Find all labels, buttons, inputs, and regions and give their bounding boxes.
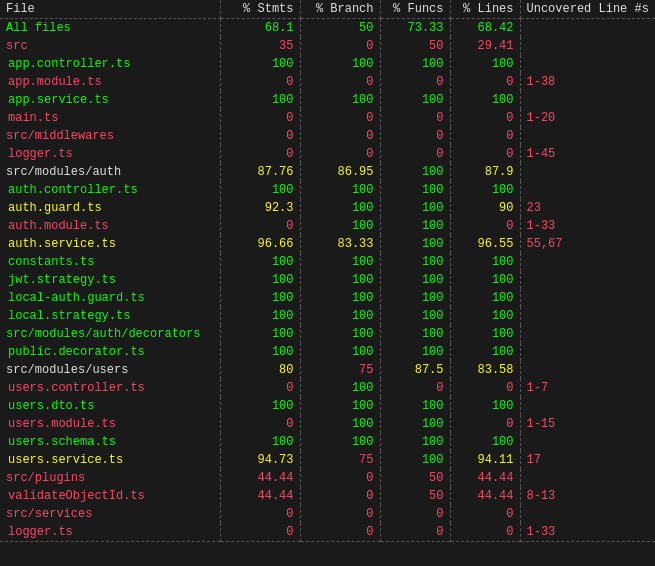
cell-uncovered [520,289,655,307]
cell-lines: 68.42 [450,19,520,38]
cell-branch: 0 [300,37,380,55]
cell-uncovered: 1-20 [520,109,655,127]
cell-lines: 96.55 [450,235,520,253]
cell-branch: 100 [300,433,380,451]
table-row: auth.guard.ts92.31001009023 [0,199,655,217]
table-row: src/middlewares0000 [0,127,655,145]
bottom-separator [0,542,655,547]
cell-branch: 100 [300,307,380,325]
cell-branch: 0 [300,487,380,505]
cell-uncovered [520,37,655,55]
cell-funcs: 0 [380,523,450,542]
cell-funcs: 100 [380,55,450,73]
cell-uncovered [520,307,655,325]
cell-lines: 0 [450,217,520,235]
table-row: src3505029.41 [0,37,655,55]
table-row: local-auth.guard.ts100100100100 [0,289,655,307]
cell-stmts: 100 [220,325,300,343]
table-row: users.module.ts010010001-15 [0,415,655,433]
cell-uncovered: 1-15 [520,415,655,433]
cell-funcs: 0 [380,109,450,127]
cell-funcs: 100 [380,343,450,361]
cell-stmts: 44.44 [220,487,300,505]
cell-uncovered: 1-45 [520,145,655,163]
cell-file: users.controller.ts [0,379,220,397]
cell-uncovered [520,55,655,73]
cell-branch: 100 [300,289,380,307]
table-row: auth.controller.ts100100100100 [0,181,655,199]
cell-file: public.decorator.ts [0,343,220,361]
cell-file: app.service.ts [0,91,220,109]
cell-stmts: 100 [220,343,300,361]
cell-uncovered [520,19,655,38]
cell-stmts: 0 [220,523,300,542]
cell-uncovered: 17 [520,451,655,469]
cell-lines: 100 [450,91,520,109]
cell-uncovered: 55,67 [520,235,655,253]
table-row: users.service.ts94.737510094.1117 [0,451,655,469]
cell-branch: 100 [300,91,380,109]
cell-file: local-auth.guard.ts [0,289,220,307]
cell-branch: 83.33 [300,235,380,253]
table-row: users.controller.ts0100001-7 [0,379,655,397]
cell-funcs: 0 [380,73,450,91]
cell-funcs: 100 [380,253,450,271]
cell-file: validateObjectId.ts [0,487,220,505]
cell-funcs: 73.33 [380,19,450,38]
cell-branch: 100 [300,397,380,415]
cell-stmts: 92.3 [220,199,300,217]
cell-branch: 75 [300,361,380,379]
table-row: auth.module.ts010010001-33 [0,217,655,235]
cell-funcs: 50 [380,469,450,487]
table-row: local.strategy.ts100100100100 [0,307,655,325]
cell-branch: 100 [300,199,380,217]
cell-branch: 100 [300,271,380,289]
table-row: All files68.15073.3368.42 [0,19,655,38]
cell-branch: 0 [300,73,380,91]
cell-branch: 100 [300,181,380,199]
cell-stmts: 100 [220,433,300,451]
cell-branch: 0 [300,523,380,542]
cell-file: src/modules/auth/decorators [0,325,220,343]
cell-uncovered [520,181,655,199]
table-row: main.ts00001-20 [0,109,655,127]
cell-funcs: 100 [380,289,450,307]
table-row: app.service.ts100100100100 [0,91,655,109]
separator-cell [450,542,520,547]
cell-stmts: 0 [220,379,300,397]
cell-funcs: 100 [380,271,450,289]
cell-branch: 100 [300,415,380,433]
cell-funcs: 0 [380,505,450,523]
table-row: app.module.ts00001-38 [0,73,655,91]
cell-uncovered: 1-33 [520,217,655,235]
table-row: validateObjectId.ts44.4405044.448-13 [0,487,655,505]
cell-branch: 100 [300,379,380,397]
cell-lines: 94.11 [450,451,520,469]
cell-lines: 44.44 [450,469,520,487]
table-row: auth.service.ts96.6683.3310096.5555,67 [0,235,655,253]
separator-cell [0,542,220,547]
table-row: users.dto.ts100100100100 [0,397,655,415]
cell-file: app.module.ts [0,73,220,91]
cell-uncovered [520,433,655,451]
cell-stmts: 96.66 [220,235,300,253]
cell-file: constants.ts [0,253,220,271]
table-row: src/plugins44.4405044.44 [0,469,655,487]
cell-branch: 86.95 [300,163,380,181]
cell-stmts: 80 [220,361,300,379]
cell-funcs: 100 [380,91,450,109]
cell-uncovered [520,361,655,379]
cell-branch: 0 [300,109,380,127]
cell-file: src/middlewares [0,127,220,145]
cell-stmts: 0 [220,127,300,145]
cell-file: auth.controller.ts [0,181,220,199]
cell-funcs: 87.5 [380,361,450,379]
cell-stmts: 0 [220,109,300,127]
cell-lines: 0 [450,379,520,397]
cell-branch: 100 [300,325,380,343]
cell-funcs: 0 [380,127,450,145]
cell-funcs: 50 [380,37,450,55]
cell-branch: 0 [300,145,380,163]
table-row: src/modules/users807587.583.58 [0,361,655,379]
cell-file: logger.ts [0,523,220,542]
